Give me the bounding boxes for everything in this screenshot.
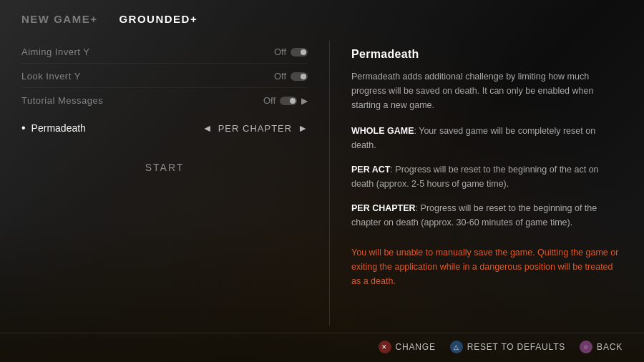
whole-game-section: WHOLE GAME: Your saved game will be comp…: [351, 124, 623, 152]
change-icon: ✕: [379, 341, 391, 353]
aiming-invert-y-value: Off: [274, 47, 308, 57]
tutorial-messages-right: Off ▶: [263, 95, 308, 106]
tutorial-messages-label: Tutorial Messages: [21, 95, 103, 106]
aiming-invert-y-row: Aiming Invert Y Off: [21, 41, 308, 64]
look-invert-y-value: Off: [274, 71, 308, 82]
permadeath-label: • Permadeath: [21, 122, 86, 134]
permadeath-value: PER CHAPTER: [218, 123, 292, 134]
reset-defaults-button[interactable]: △ RESET TO DEFAULTS: [450, 341, 565, 353]
permadeath-bullet: •: [21, 122, 26, 134]
start-button[interactable]: START: [21, 156, 308, 179]
back-label: BACK: [597, 342, 623, 352]
per-act-text: PER ACT: Progress will be reset to the b…: [351, 165, 599, 189]
permadeath-selector[interactable]: ◄ PER CHAPTER ►: [203, 122, 308, 134]
warning-text: You will be unable to manually save the …: [351, 245, 623, 288]
whole-game-text: WHOLE GAME: Your saved game will be comp…: [351, 126, 595, 150]
change-button[interactable]: ✕ CHANGE: [379, 341, 436, 353]
aiming-invert-y-toggle[interactable]: [291, 48, 308, 57]
left-panel: Aiming Invert Y Off Look Invert Y Off Tu…: [0, 34, 329, 333]
info-description: Permadeath adds additional challenge by …: [351, 69, 623, 112]
back-icon: ○: [580, 341, 592, 353]
look-invert-y-label: Look Invert Y: [21, 71, 81, 82]
per-chapter-section: PER CHAPTER: Progress will be reset to t…: [351, 201, 623, 230]
reset-label: RESET TO DEFAULTS: [467, 342, 565, 352]
per-act-label: PER ACT: [351, 165, 390, 175]
look-invert-y-row: Look Invert Y Off: [21, 65, 308, 88]
tutorial-messages-row: Tutorial Messages Off ▶: [21, 89, 308, 112]
header: NEW GAME+ GROUNDED+: [0, 0, 644, 34]
whole-game-label: WHOLE GAME: [351, 126, 414, 136]
footer: ✕ CHANGE △ RESET TO DEFAULTS ○ BACK: [0, 333, 644, 362]
tab-new-game[interactable]: NEW GAME+: [21, 13, 97, 25]
tutorial-messages-text: Off: [263, 95, 275, 106]
look-invert-y-text: Off: [274, 71, 286, 82]
look-invert-y-toggle[interactable]: [291, 72, 308, 81]
per-chapter-text: PER CHAPTER: Progress will be reset to t…: [351, 203, 597, 228]
permadeath-row[interactable]: • Permadeath ◄ PER CHAPTER ►: [21, 116, 308, 140]
tab-grounded[interactable]: GROUNDED+: [119, 13, 197, 25]
per-act-section: PER ACT: Progress will be reset to the b…: [351, 162, 623, 191]
tutorial-chevron-icon: ▶: [301, 96, 308, 106]
permadeath-arrow-left[interactable]: ◄: [203, 122, 213, 134]
aiming-invert-y-label: Aiming Invert Y: [21, 47, 89, 57]
permadeath-text: Permadeath: [31, 122, 86, 134]
per-chapter-label: PER CHAPTER: [351, 203, 416, 213]
main-content: Aiming Invert Y Off Look Invert Y Off Tu…: [0, 34, 644, 333]
back-button[interactable]: ○ BACK: [580, 341, 623, 353]
permadeath-arrow-right[interactable]: ►: [298, 122, 308, 134]
change-label: CHANGE: [396, 342, 436, 352]
right-panel: Permadeath Permadeath adds additional ch…: [330, 34, 644, 333]
info-title: Permadeath: [351, 48, 623, 61]
tutorial-messages-toggle[interactable]: [280, 97, 297, 105]
reset-icon: △: [450, 341, 463, 353]
aiming-invert-y-text: Off: [274, 47, 286, 57]
